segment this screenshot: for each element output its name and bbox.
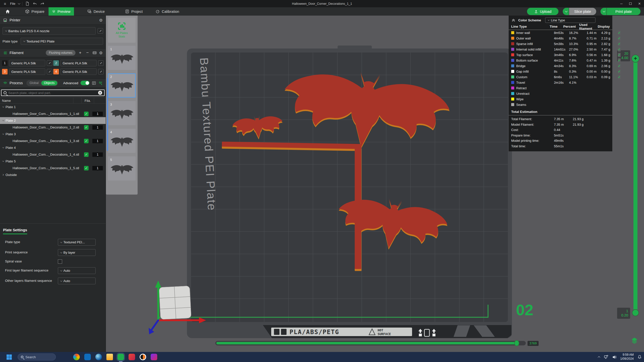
taskbar-app-store[interactable] — [84, 354, 91, 360]
setting-select[interactable]: Textured PEI... — [58, 239, 96, 246]
move-slider[interactable] — [215, 341, 526, 345]
undo-icon[interactable] — [32, 1, 37, 6]
taskbar-app-edge[interactable] — [95, 354, 102, 360]
tray-volume-icon[interactable] — [612, 355, 617, 359]
add-filament-button[interactable]: + — [78, 50, 83, 55]
tab-calibration[interactable]: Calibration — [152, 7, 183, 16]
file-menu[interactable]: File — [10, 2, 15, 6]
printable-checkbox[interactable]: ✓ — [84, 112, 89, 116]
filament-assignment[interactable]: 1 — [92, 166, 103, 171]
printable-checkbox[interactable]: ✓ — [84, 152, 89, 157]
row-chevron-icon[interactable] — [0, 147, 6, 148]
sidebar-scrollbar[interactable] — [107, 78, 108, 151]
setting-select[interactable]: By layer — [58, 249, 96, 256]
process-row-plate-5[interactable]: Plate 5 — [0, 158, 106, 165]
filament-settings-gear-icon[interactable]: ⚙ — [99, 51, 103, 55]
filament-edit-icon[interactable] — [98, 60, 104, 66]
redo-icon[interactable] — [40, 1, 45, 6]
view-type-select[interactable]: Line Type — [545, 17, 595, 23]
maximize-button[interactable] — [626, 0, 635, 7]
filament-edit-icon[interactable] — [98, 69, 104, 74]
plate-thumbnail-3[interactable]: 3 — [108, 101, 136, 125]
row-chevron-icon[interactable] — [0, 133, 6, 135]
plate-thumbnail-4[interactable]: 4 — [108, 129, 136, 153]
remove-filament-button[interactable]: − — [85, 50, 90, 55]
filament-slot-number[interactable]: 4 — [53, 69, 59, 74]
tab-preview[interactable]: Preview — [49, 7, 74, 16]
layer-slider-bottom-handle[interactable] — [632, 309, 639, 316]
all-plates-stats-button[interactable]: All PlatesStats — [108, 18, 136, 43]
upload-button[interactable]: Upload — [527, 8, 558, 15]
tab-prepare[interactable]: Prepare — [22, 7, 48, 16]
tab-device[interactable]: Device — [84, 7, 108, 16]
process-row-halloween-door-corn-decorations-1-1-stl[interactable]: Halloween_Door_Corn..._Decorations_1_1.s… — [0, 110, 106, 117]
print-dropdown-button[interactable] — [600, 8, 607, 15]
ams-icon[interactable] — [92, 51, 97, 55]
display-checkbox[interactable]: ✓ — [618, 53, 621, 57]
printable-checkbox[interactable]: ✓ — [84, 166, 89, 170]
object-search-icon[interactable] — [98, 81, 103, 85]
process-row-halloween-door-corn-decorations-1-3-stl[interactable]: Halloween_Door_Corn..._Decorations_1_3.s… — [0, 138, 106, 144]
tray-network-icon[interactable] — [604, 355, 609, 359]
taskbar-clock[interactable]: 9:59 AM 1/09/2024 — [620, 353, 634, 361]
plate-thumbnail-2[interactable]: 2 — [108, 73, 136, 98]
filament-name-field[interactable]: Generic PLA Silk — [60, 68, 97, 75]
filament-name-field[interactable]: Generic PLA Silk — [9, 68, 45, 75]
flushing-volumes-button[interactable]: Flushing volumes — [46, 50, 75, 56]
display-checkbox[interactable]: ✓ — [618, 64, 621, 68]
taskbar-app-app-purple[interactable] — [151, 354, 157, 360]
setting-select[interactable]: Auto — [58, 278, 96, 284]
clear-search-icon[interactable]: ✕ — [98, 91, 102, 95]
global-objects-toggle[interactable]: Global Objects — [26, 80, 58, 86]
plate-thumbnail-1[interactable]: 1 — [108, 46, 136, 70]
filament-assignment[interactable]: 1 — [92, 111, 103, 116]
move-slider-handle[interactable] — [514, 340, 519, 346]
plate-thumbnail-5[interactable]: 5 — [108, 156, 136, 180]
taskbar-app-bambu-studio[interactable] — [117, 354, 124, 360]
filament-assignment[interactable]: 1 — [92, 125, 103, 130]
printer-settings-gear-icon[interactable]: ⚙ — [99, 18, 103, 23]
display-checkbox[interactable]: ✓ — [618, 69, 621, 74]
tab-project[interactable]: Project — [122, 7, 146, 16]
layers-view-button[interactable] — [630, 337, 639, 344]
file-menu-chevron-icon[interactable] — [18, 2, 20, 5]
filament-name-field[interactable]: Generic PLA Silk — [60, 60, 97, 66]
taskbar-app-app-round[interactable] — [140, 354, 146, 360]
taskbar-app-file-explorer[interactable] — [106, 354, 113, 360]
printer-preset-select[interactable]: Bambu Lab P1S 0.4 nozzle — [3, 27, 96, 35]
home-tab[interactable] — [2, 7, 13, 16]
printable-checkbox[interactable]: ✓ — [84, 125, 89, 130]
filament-edit-icon[interactable] — [47, 69, 52, 74]
slice-plate-button[interactable]: Slice plate — [569, 8, 596, 15]
filament-edit-icon[interactable] — [47, 60, 52, 66]
process-row-plate-4[interactable]: Plate 4 — [0, 144, 106, 151]
minimize-button[interactable]: ─ — [617, 0, 626, 7]
display-checkbox[interactable]: ✓ — [618, 75, 621, 79]
hamburger-menu-icon[interactable]: ≡ — [3, 1, 8, 6]
filament-assignment[interactable]: 1 — [92, 152, 103, 157]
plate-type-select[interactable]: Textured PEI Plate — [21, 38, 103, 45]
collapse-panel-icon[interactable] — [511, 18, 516, 22]
global-segment[interactable]: Global — [27, 81, 41, 85]
setting-checkbox[interactable] — [58, 259, 62, 264]
process-search-input[interactable] — [8, 91, 96, 95]
printer-edit-icon[interactable] — [98, 28, 103, 34]
tray-hidden-icons-chevron[interactable] — [598, 356, 600, 358]
row-chevron-icon[interactable] — [0, 106, 6, 108]
process-row-plate-3[interactable]: Plate 3 — [0, 131, 106, 138]
slice-dropdown-button[interactable] — [563, 8, 569, 15]
filament-assignment[interactable]: 1 — [92, 139, 103, 144]
taskbar-app-copilot[interactable] — [73, 354, 80, 360]
row-chevron-icon[interactable] — [0, 120, 6, 121]
close-button[interactable]: ✕ — [635, 0, 644, 7]
taskbar-search[interactable] — [18, 353, 56, 360]
filament-name-field[interactable]: Generic PLA Silk — [9, 60, 45, 66]
parameter-list-icon[interactable] — [92, 81, 96, 85]
advanced-toggle[interactable] — [80, 81, 90, 85]
process-row-halloween-door-corn-decorations-1-5-stl[interactable]: Halloween_Door_Corn..._Decorations_1_5.s… — [0, 165, 106, 171]
display-checkbox[interactable]: ✓ — [618, 42, 621, 46]
tray-notifications-bell-icon[interactable] — [637, 355, 642, 359]
row-chevron-icon[interactable] — [0, 161, 6, 162]
process-row-halloween-door-corn-decorations-1-4-stl[interactable]: Halloween_Door_Corn..._Decorations_1_4.s… — [0, 151, 106, 158]
filament-slot-number[interactable]: 1 — [2, 60, 8, 66]
